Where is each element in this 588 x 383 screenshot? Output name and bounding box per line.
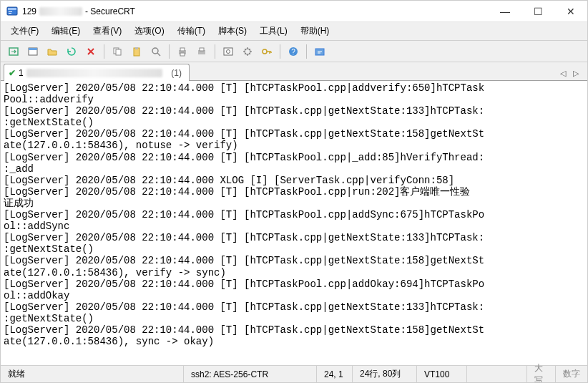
status-size: 24行, 80列	[353, 366, 417, 382]
terminal-line: [LogServer] 2020/05/08 22:10:44.000 [T] …	[4, 255, 584, 266]
status-encryption: ssh2: AES-256-CTR	[184, 366, 317, 382]
tab-label-suffix: (1)	[171, 68, 182, 78]
maximize-button[interactable]: ☐	[521, 1, 554, 21]
menu-transfer[interactable]: 传输(T)	[172, 23, 211, 39]
menu-help[interactable]: 帮助(H)	[295, 23, 335, 39]
terminal-line: 证成功	[4, 198, 584, 209]
find-icon[interactable]	[147, 43, 165, 60]
svg-text:?: ?	[291, 48, 295, 56]
terminal-line: [LogServer] 2020/05/08 22:10:44.000 [T] …	[4, 152, 584, 163]
menu-options[interactable]: 选项(O)	[129, 23, 170, 39]
print-screen-icon[interactable]	[193, 43, 210, 60]
terminal-line: [LogServer] 2020/05/08 22:10:44.000 [T] …	[4, 105, 584, 117]
svg-rect-2	[9, 11, 12, 12]
toolbar-separator	[306, 44, 307, 59]
svg-point-11	[152, 48, 158, 54]
terminal-line: ate(127.0.0.1:58436), notuse -> verify)	[4, 140, 584, 151]
app-icon	[6, 6, 18, 17]
svg-rect-14	[180, 53, 185, 56]
open-session-icon[interactable]	[44, 43, 61, 60]
tab-nav: ◁ ▷	[557, 67, 584, 80]
svg-rect-1	[8, 8, 16, 10]
tab-label-prefix: 1	[19, 68, 24, 78]
securefx-icon[interactable]	[311, 43, 328, 60]
menu-file[interactable]: 文件(F)	[5, 23, 44, 39]
tab-prev-icon[interactable]: ◁	[557, 67, 569, 79]
terminal-line: ol::addSync	[4, 220, 584, 232]
tab-next-icon[interactable]: ▷	[570, 67, 582, 79]
window-controls: — ☐ ✕	[489, 1, 587, 21]
toolbar-separator	[169, 44, 170, 59]
terminal-line: ol::addOkay	[4, 290, 584, 301]
statusbar: 就绪 ssh2: AES-256-CTR 24, 1 24行, 80列 VT10…	[1, 365, 587, 382]
terminal-line: :getNextState()	[4, 313, 584, 324]
menu-view[interactable]: 查看(V)	[87, 23, 127, 39]
svg-rect-8	[116, 49, 121, 55]
status-term: VT100	[417, 366, 467, 382]
disconnect-icon[interactable]	[82, 43, 99, 60]
terminal-line: ate(127.0.0.1:58436), verify -> sync)	[4, 267, 584, 278]
toolbar: ?	[1, 41, 587, 62]
connected-check-icon: ✔	[9, 68, 16, 78]
menu-tools[interactable]: 工具(L)	[254, 23, 293, 39]
terminal-line: [LogServer] 2020/05/08 22:10:44.000 [T] …	[4, 324, 584, 336]
terminal-line: ate(127.0.0.1:58436), sync -> okay)	[4, 336, 584, 347]
paste-icon[interactable]	[128, 43, 145, 60]
terminal-line: [LogServer] 2020/05/08 22:10:44.000 [T] …	[4, 128, 584, 140]
status-capslock: 大写	[527, 366, 556, 382]
close-button[interactable]: ✕	[554, 1, 587, 21]
key-icon[interactable]	[258, 43, 275, 60]
svg-rect-10	[135, 47, 138, 49]
terminal-line: :getNextState()	[4, 243, 584, 255]
status-spacer	[467, 366, 527, 382]
toolbar-separator	[280, 44, 280, 59]
terminal-line: Pool::addverify	[4, 94, 584, 105]
tabbar: ✔ 1 (1) ◁ ▷	[1, 62, 587, 81]
titlebar: 129 - SecureCRT — ☐ ✕	[1, 1, 587, 22]
connect-dialog-icon[interactable]	[24, 43, 41, 60]
session-options-icon[interactable]	[220, 43, 237, 60]
terminal-line: [LogServer] 2020/05/08 22:10:44.000 [T] …	[4, 82, 584, 94]
terminal-output[interactable]: [LogServer] 2020/05/08 22:10:44.000 [T] …	[1, 81, 587, 365]
copy-icon[interactable]	[109, 43, 126, 60]
toolbar-separator	[104, 44, 104, 59]
help-icon[interactable]: ?	[285, 43, 302, 60]
terminal-line: [LogServer] 2020/05/08 22:10:44.000 [T] …	[4, 232, 584, 243]
terminal-line: [LogServer] 2020/05/08 22:10:44.000 [T] …	[4, 278, 584, 290]
window-title-suffix: - SecureCRT	[85, 6, 135, 16]
svg-rect-6	[29, 48, 37, 50]
menubar: 文件(F) 编辑(E) 查看(V) 选项(O) 传输(T) 脚本(S) 工具(L…	[1, 22, 587, 41]
tab-label-redacted	[26, 69, 162, 77]
svg-rect-13	[180, 48, 185, 51]
svg-rect-16	[200, 48, 204, 51]
menu-script[interactable]: 脚本(S)	[212, 23, 253, 39]
reconnect-icon[interactable]	[63, 43, 80, 60]
terminal-line: :_add	[4, 163, 584, 175]
window-title-prefix: 129	[22, 6, 36, 16]
status-cursor: 24, 1	[317, 366, 353, 382]
window-title-redacted	[39, 7, 82, 16]
toolbar-separator	[215, 44, 215, 59]
menu-edit[interactable]: 编辑(E)	[46, 23, 86, 39]
svg-rect-17	[224, 48, 232, 55]
terminal-line: [LogServer] 2020/05/08 22:10:44.000 XLOG…	[4, 175, 584, 186]
terminal-line: :getNextState()	[4, 117, 584, 128]
status-numlock: 数字	[556, 366, 587, 382]
minimize-button[interactable]: —	[489, 1, 521, 21]
terminal-line: [LogServer] 2020/05/08 22:10:44.000 [T] …	[4, 209, 584, 220]
svg-rect-3	[9, 13, 11, 14]
session-tab[interactable]: ✔ 1 (1)	[4, 64, 190, 81]
status-ready: 就绪	[1, 366, 184, 382]
terminal-line: [LogServer] 2020/05/08 22:10:44.000 [T] …	[4, 301, 584, 313]
print-icon[interactable]	[174, 43, 191, 60]
terminal-line: [LogServer] 2020/05/08 22:10:44.000 [T] …	[4, 186, 584, 198]
svg-point-20	[263, 49, 267, 54]
quick-connect-icon[interactable]	[5, 43, 22, 60]
global-options-icon[interactable]	[239, 43, 256, 60]
